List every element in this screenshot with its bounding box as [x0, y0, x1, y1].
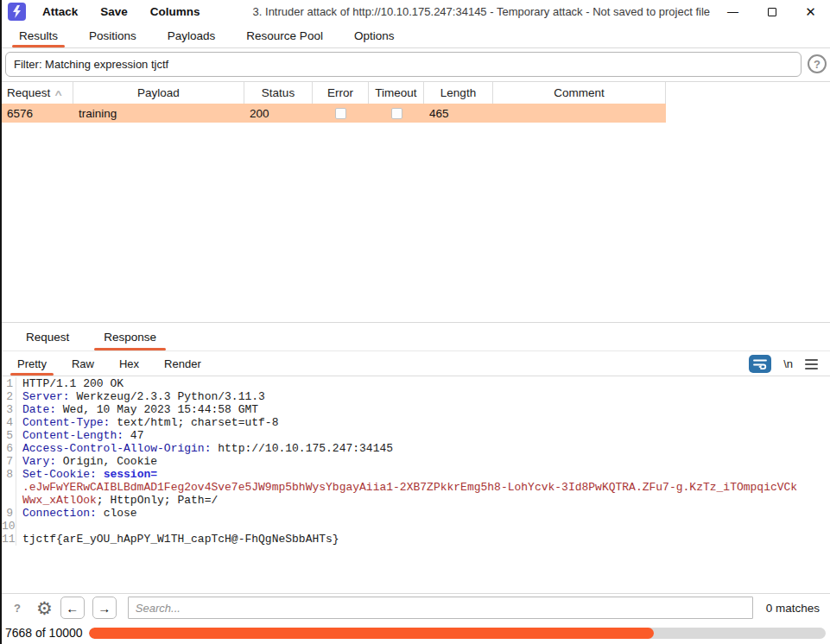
tab-options[interactable]: Options	[344, 23, 405, 47]
menu-columns[interactable]: Columns	[139, 0, 212, 23]
column-header-payload[interactable]: Payload	[73, 82, 244, 104]
close-icon: ✕	[805, 4, 816, 20]
code-line: 11tjctf{arE_yOU_hApPY_W1TH_capTcH@-FhQgN…	[2, 533, 830, 546]
code-line: 10	[2, 520, 830, 533]
search-help-button[interactable]: ?	[8, 598, 27, 617]
help-icon: ?	[814, 58, 820, 71]
results-table: Request∧PayloadStatusErrorTimeoutLengthC…	[0, 81, 830, 123]
column-header-label: Length	[440, 86, 476, 99]
column-header-label: Request	[7, 86, 50, 99]
search-input[interactable]	[128, 597, 753, 619]
tab-positions[interactable]: Positions	[79, 23, 147, 47]
code-segment: tjctf{arE_yOU_hApPY_W1TH_capTcH@-FhQgNeS…	[22, 533, 339, 546]
line-content: Vary: Origin, Cookie	[16, 455, 157, 468]
error-checkbox[interactable]	[335, 108, 346, 119]
results-table-header: Request∧PayloadStatusErrorTimeoutLengthC…	[0, 81, 830, 104]
view-tab-raw[interactable]: Raw	[63, 352, 103, 376]
line-number	[2, 494, 16, 507]
minimize-button[interactable]: —	[713, 0, 752, 23]
code-line: 2Server: Werkzeug/2.3.3 Python/3.11.3	[2, 390, 830, 403]
tab-results[interactable]: Results	[9, 23, 68, 47]
code-segment	[97, 468, 104, 481]
line-content: Date: Wed, 10 May 2023 15:44:58 GMT	[16, 403, 258, 416]
column-header-comment[interactable]: Comment	[493, 82, 666, 104]
view-tab-hex[interactable]: Hex	[111, 352, 148, 376]
code-segment: Content-Length:	[22, 429, 124, 442]
line-content: HTTP/1.1 200 OK	[16, 377, 124, 390]
filter-help-button[interactable]: ?	[808, 54, 827, 73]
line-content: Server: Werkzeug/2.3.3 Python/3.11.3	[16, 390, 265, 403]
code-segment: ; HttpOnly; Path=/	[97, 494, 218, 507]
menu-save[interactable]: Save	[89, 0, 139, 23]
column-header-timeout[interactable]: Timeout	[369, 82, 424, 104]
line-content: Content-Type: text/html; charset=utf-8	[16, 416, 278, 429]
code-segment: Server:	[22, 390, 70, 403]
timeout-checkbox[interactable]	[391, 108, 402, 119]
code-segment: Vary:	[22, 455, 56, 468]
code-line: 6Access-Control-Allow-Origin: http://10.…	[2, 442, 830, 455]
show-newlines-button[interactable]: \n	[783, 357, 793, 370]
title-bar: AttackSaveColumns 3. Intruder attack of …	[0, 0, 830, 23]
line-content: Set-Cookie: session=	[16, 468, 157, 481]
error-cell	[313, 108, 369, 119]
tab-payloads[interactable]: Payloads	[157, 23, 226, 47]
previous-match-button[interactable]: ←	[60, 597, 85, 619]
code-segment: text/html; charset=utf-8	[110, 416, 278, 429]
window-left-edge	[0, 0, 2, 644]
table-row[interactable]: 6576training200465	[0, 104, 666, 123]
payload-cell: training	[73, 107, 244, 120]
code-segment: session=	[104, 468, 157, 481]
arrow-right-icon: →	[98, 601, 111, 616]
line-number: 3	[2, 403, 16, 416]
length-cell: 465	[424, 107, 493, 120]
view-tab-label: Hex	[119, 357, 139, 370]
next-match-button[interactable]: →	[92, 597, 117, 619]
code-line: 5Content-Length: 47	[2, 429, 830, 442]
tab-response[interactable]: Response	[92, 323, 168, 350]
maximize-button[interactable]	[752, 0, 791, 23]
tab-request[interactable]: Request	[14, 323, 81, 350]
menu-attack[interactable]: Attack	[31, 0, 89, 23]
lightning-bolt-icon	[11, 5, 22, 18]
editor-menu-button[interactable]	[805, 359, 818, 369]
progress-label: 7668 of 10000	[5, 626, 89, 640]
help-icon: ?	[14, 602, 21, 615]
view-tab-pretty[interactable]: Pretty	[9, 352, 55, 376]
intruder-tab-bar: ResultsPositionsPayloadsResource PoolOpt…	[0, 23, 830, 48]
maximize-icon	[768, 8, 776, 16]
line-number: 9	[2, 507, 16, 520]
column-header-status[interactable]: Status	[244, 82, 313, 104]
line-number: 2	[2, 390, 16, 403]
code-segment: Set-Cookie:	[22, 468, 97, 481]
view-tab-render[interactable]: Render	[155, 352, 210, 376]
view-tabs-holder: PrettyRawHexRender	[9, 352, 218, 376]
word-wrap-button[interactable]	[749, 355, 771, 373]
code-line: 9Connection: close	[2, 507, 830, 520]
code-segment: Werkzeug/2.3.3 Python/3.11.3	[70, 390, 265, 403]
arrow-left-icon: ←	[66, 601, 79, 616]
line-content	[16, 520, 22, 533]
request-number-cell: 6576	[0, 107, 73, 120]
line-number: 5	[2, 429, 16, 442]
search-bar: ? ⚙ ← → 0 matches	[0, 593, 830, 622]
code-segment: .eJwFwYERwCAIBLBdmAD1Feg2ov4Sve7e5JW9mp5…	[22, 481, 797, 494]
search-settings-button[interactable]: ⚙	[36, 599, 53, 617]
code-segment: Access-Control-Allow-Origin:	[22, 442, 211, 455]
view-tab-label: Render	[164, 357, 201, 370]
filter-expander[interactable]: Filter: Matching expression tjctf	[5, 52, 801, 77]
line-content: Content-Length: 47	[16, 429, 143, 442]
view-tab-label: Raw	[72, 357, 94, 370]
column-header-filler	[666, 82, 830, 104]
column-header-error[interactable]: Error	[313, 82, 369, 104]
close-button[interactable]: ✕	[791, 0, 830, 23]
message-editor-tab-bar: RequestResponse	[0, 322, 830, 351]
newline-icon: \n	[783, 357, 793, 370]
column-header-length[interactable]: Length	[424, 82, 493, 104]
view-tab-label: Pretty	[17, 357, 47, 370]
line-content: .eJwFwYERwCAIBLBdmAD1Feg2ov4Sve7e5JW9mp5…	[16, 481, 797, 494]
status-cell: 200	[244, 107, 313, 120]
tab-resource-pool[interactable]: Resource Pool	[236, 23, 333, 47]
column-header-request[interactable]: Request∧	[0, 82, 73, 104]
column-header-label: Error	[327, 86, 353, 99]
code-line: 3Date: Wed, 10 May 2023 15:44:58 GMT	[2, 403, 830, 416]
